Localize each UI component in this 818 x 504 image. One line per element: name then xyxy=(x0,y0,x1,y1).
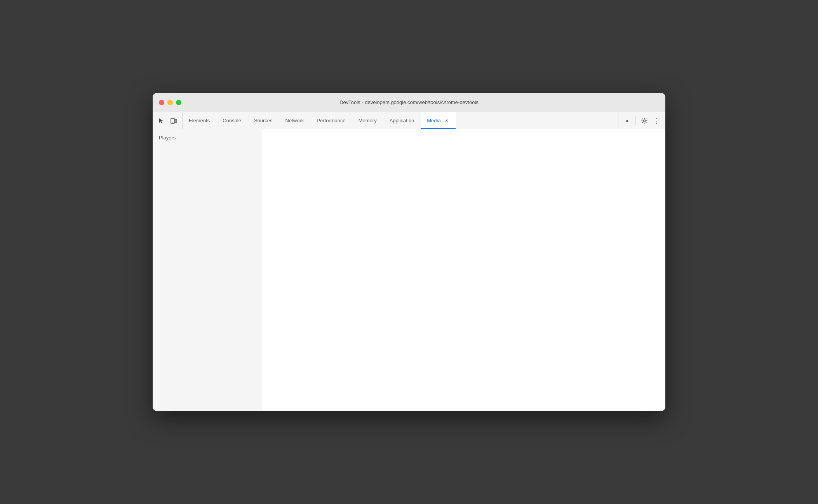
tab-sources[interactable]: Sources xyxy=(248,112,279,129)
window-title: DevTools - developers.google.com/web/too… xyxy=(339,99,479,105)
maximize-button[interactable] xyxy=(176,100,181,105)
players-label: Players xyxy=(159,135,176,141)
tab-application[interactable]: Application xyxy=(383,112,421,129)
cursor-icon xyxy=(158,118,164,124)
media-main-panel xyxy=(261,129,665,411)
minimize-button[interactable] xyxy=(167,100,173,105)
tab-media[interactable]: Media ✕ xyxy=(421,112,456,129)
toolbar-divider xyxy=(635,116,636,125)
device-icon xyxy=(170,117,177,124)
more-tabs-button[interactable]: » xyxy=(621,115,632,126)
tab-performance[interactable]: Performance xyxy=(310,112,352,129)
toolbar-icons xyxy=(153,112,183,129)
content-area: Players xyxy=(153,129,665,411)
devtools-window: DevTools - developers.google.com/web/too… xyxy=(153,93,665,411)
svg-point-3 xyxy=(644,120,646,122)
more-options-icon: ⋮ xyxy=(653,117,660,124)
more-tabs-icon: » xyxy=(625,118,628,124)
tab-memory[interactable]: Memory xyxy=(352,112,383,129)
more-options-button[interactable]: ⋮ xyxy=(651,115,662,126)
close-button[interactable] xyxy=(159,100,164,105)
window-controls xyxy=(159,100,181,105)
tabs-bar: Elements Console Sources Network Perform… xyxy=(183,112,618,129)
tab-console[interactable]: Console xyxy=(216,112,248,129)
toolbar: Elements Console Sources Network Perform… xyxy=(153,112,665,129)
cursor-tool-button[interactable] xyxy=(156,115,167,126)
gear-icon xyxy=(641,118,647,124)
tab-elements[interactable]: Elements xyxy=(183,112,216,129)
settings-button[interactable] xyxy=(639,115,650,126)
tab-media-close-button[interactable]: ✕ xyxy=(444,118,449,123)
toolbar-right-actions: » ⋮ xyxy=(618,112,665,129)
players-sidebar: Players xyxy=(153,129,261,411)
svg-rect-1 xyxy=(175,120,177,122)
device-toggle-button[interactable] xyxy=(168,115,179,126)
title-bar: DevTools - developers.google.com/web/too… xyxy=(153,93,665,112)
tab-network[interactable]: Network xyxy=(279,112,311,129)
